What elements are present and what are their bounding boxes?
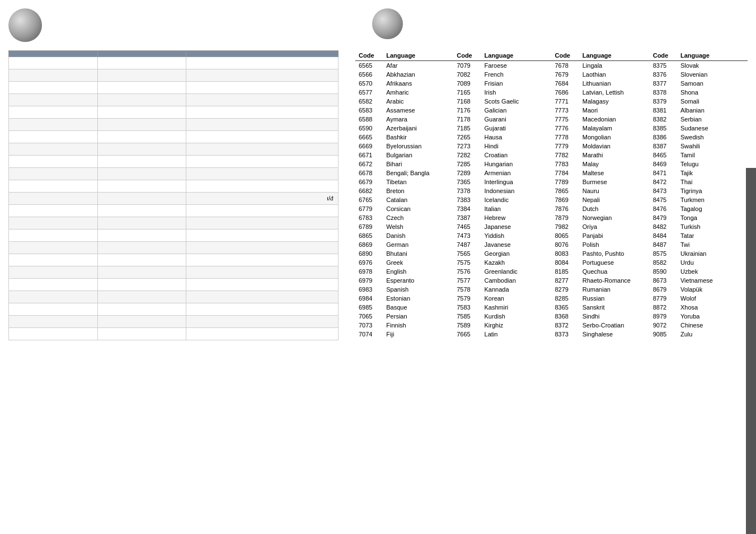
lang-name: Armenian <box>481 168 552 177</box>
lang-code: 6682 <box>355 186 383 195</box>
left-cell <box>97 57 186 69</box>
lang-code: 6679 <box>355 177 383 186</box>
lang-code: 7684 <box>551 79 579 88</box>
lang-code: 6890 <box>355 249 383 258</box>
left-cell <box>9 156 98 168</box>
lang-name: Javanese <box>481 240 552 249</box>
left-cell <box>186 119 339 131</box>
lang-name: Amharic <box>383 88 453 97</box>
lang-name: Thai <box>677 177 748 186</box>
lang-name: Xhosa <box>677 303 748 312</box>
left-cell <box>186 94 339 106</box>
left-cell <box>9 131 98 143</box>
lang-code: 6978 <box>355 267 383 276</box>
left-cell <box>97 131 186 143</box>
lang-name: Serbian <box>677 115 748 124</box>
lang-code: 7665 <box>453 330 481 339</box>
lang-name: Welsh <box>383 222 453 231</box>
lang-code: 8472 <box>650 177 677 186</box>
left-cell <box>186 291 339 303</box>
lang-name: Persian <box>383 312 453 321</box>
left-cell <box>9 242 98 254</box>
lang-name: Afrikaans <box>383 79 453 88</box>
lang-code: 8679 <box>650 285 677 294</box>
left-cell <box>9 119 98 131</box>
lang-code: 8083 <box>551 249 579 258</box>
lang-name: Japanese <box>481 222 552 231</box>
lang-code: 7778 <box>551 133 579 142</box>
lang-name: Somali <box>677 97 748 106</box>
lang-code: 6976 <box>355 258 383 267</box>
lang-name: Gujarati <box>481 124 552 133</box>
lang-code: 6566 <box>355 70 383 79</box>
lang-name: German <box>383 240 453 249</box>
lang-code: 7784 <box>551 168 579 177</box>
lang-name: Scots Gaelic <box>481 97 552 106</box>
lang-code: 7779 <box>551 142 579 151</box>
lang-name: Malay <box>579 160 650 168</box>
left-cell <box>97 168 186 180</box>
lang-name: Azerbaijani <box>383 124 453 133</box>
lang-code: 7178 <box>453 115 481 124</box>
lang-name: Corsican <box>383 204 453 213</box>
left-cell <box>9 303 98 316</box>
lang-name: Slovak <box>677 61 748 71</box>
lang-code: 7782 <box>551 151 579 160</box>
lang-code: 7578 <box>453 285 481 294</box>
lang-code: 6869 <box>355 240 383 249</box>
lang-code: 7273 <box>453 142 481 151</box>
left-cell <box>186 156 339 168</box>
lang-code: 8379 <box>650 97 677 106</box>
lang-name: Georgian <box>481 249 552 258</box>
left-cell <box>186 254 339 266</box>
lang-code: 8368 <box>551 312 579 321</box>
lang-code: 7869 <box>551 195 579 204</box>
lang-code: 7265 <box>453 133 481 142</box>
lang-name: Swedish <box>677 133 748 142</box>
lang-code: 7089 <box>453 79 481 88</box>
lang-name: Albanian <box>677 106 748 115</box>
lang-name: Galician <box>481 106 552 115</box>
lang-name: Aymara <box>383 115 453 124</box>
lang-code: 6865 <box>355 231 383 240</box>
left-table: ı/ᵭ <box>8 50 339 340</box>
left-cell <box>97 143 186 156</box>
lang-name: Zulu <box>677 330 748 339</box>
left-cell <box>186 316 339 328</box>
scrollbar[interactable] <box>746 168 756 534</box>
lang-code: 6669 <box>355 142 383 151</box>
lang-code: 7686 <box>551 88 579 97</box>
lang-code: 6665 <box>355 133 383 142</box>
lang-code: 7575 <box>453 258 481 267</box>
lang-name: Tagalog <box>677 204 748 213</box>
lang-code: 8484 <box>650 231 677 240</box>
lang-name: Danish <box>383 231 453 240</box>
lang-name: Shona <box>677 88 748 97</box>
col-lang-4: Language <box>677 50 748 61</box>
lang-name: Arabic <box>383 97 453 106</box>
lang-code: 7589 <box>453 321 481 330</box>
lang-name: Interlingua <box>481 177 552 186</box>
left-cell <box>9 217 98 229</box>
lang-code: 8387 <box>650 142 677 151</box>
lang-name: Basque <box>383 303 453 312</box>
lang-name: Estonian <box>383 294 453 303</box>
lang-code: 7465 <box>453 222 481 231</box>
lang-code: 7678 <box>551 61 579 71</box>
lang-name: Panjabi <box>579 231 650 240</box>
lang-code: 6765 <box>355 195 383 204</box>
lang-name: Polish <box>579 240 650 249</box>
lang-name: Volapük <box>677 285 748 294</box>
left-cell <box>97 156 186 168</box>
lang-name: Burmese <box>579 177 650 186</box>
left-cell <box>186 143 339 156</box>
lang-name: Wolof <box>677 294 748 303</box>
right-decorative-ball <box>372 8 403 39</box>
lang-name: Tigrinya <box>677 186 748 195</box>
lang-name: Samoan <box>677 79 748 88</box>
left-cell <box>9 94 98 106</box>
lang-code: 7771 <box>551 97 579 106</box>
lang-name: Abkhazian <box>383 70 453 79</box>
lang-code: 7577 <box>453 276 481 285</box>
left-cell <box>97 303 186 316</box>
